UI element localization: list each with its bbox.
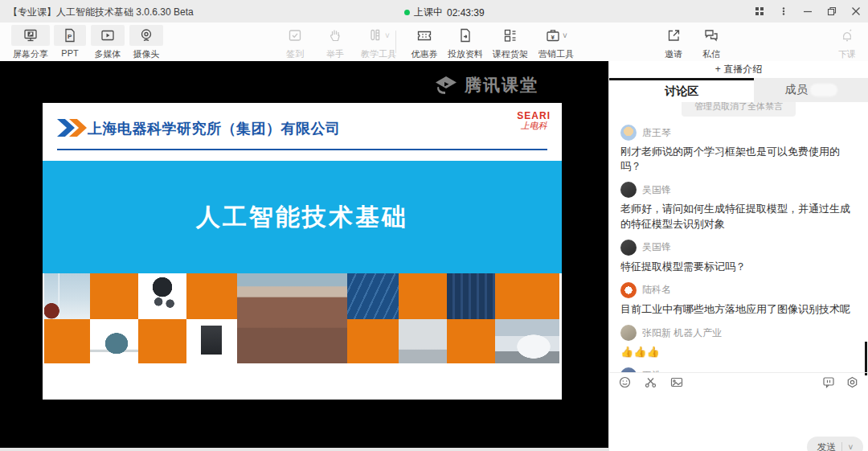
send-button-divider <box>841 442 842 451</box>
live-status-dot <box>404 10 410 15</box>
chat-message: 吴国锋 老师好，请问如何生成特征提取模型，并通过生成的特征模型去识别对象 <box>620 182 857 231</box>
collage-photo-electric-motor <box>90 319 138 363</box>
toolbar-button-course-shelf[interactable]: 课程货架 <box>489 25 532 60</box>
minimize-button[interactable] <box>796 0 820 23</box>
toolbar-button-marketing-tools[interactable]: ¥ ˅ 营销工具 <box>534 25 579 60</box>
message-text: 特征提取模型需要标记吗？ <box>620 260 857 274</box>
message-text: 👍👍👍 <box>620 345 857 359</box>
toolbar-button-checkin: 签到 <box>277 25 313 60</box>
tab-discussion[interactable]: 讨论区 <box>609 78 754 102</box>
image-button[interactable] <box>670 376 683 388</box>
close-button[interactable] <box>844 0 868 23</box>
live-intro-button[interactable]: + 直播介绍 <box>609 61 868 78</box>
emoji-button[interactable] <box>619 376 631 388</box>
collage-photo-solar-panels <box>347 273 399 319</box>
restore-icon <box>827 6 837 16</box>
minimize-icon <box>803 6 813 16</box>
chat-bubbles-icon <box>703 27 719 43</box>
bubble-settings-icon <box>822 376 835 388</box>
message-text: 目前工业中有哪些地方落地应用了图像识别技术呢 <box>620 302 857 317</box>
presentation-slide: 上海电器科学研究所（集团）有限公司 SEARI 上电科 人工智能技术基础 <box>43 103 562 400</box>
avatar <box>620 182 637 198</box>
layout-grid-button[interactable] <box>747 0 772 23</box>
caret-down-icon: ˅ <box>563 31 567 40</box>
chat-input-toolbar <box>609 372 868 392</box>
chat-scrollbar-thumb[interactable] <box>865 342 867 375</box>
chat-settings-button[interactable] <box>846 376 858 388</box>
class-status-label: 上课中 <box>414 6 443 19</box>
company-name: 上海电器科学研究所（集团）有限公司 <box>88 119 341 138</box>
shelf-icon <box>502 27 518 43</box>
toolbar-button-teaching-tools: ˅ 教学工具 <box>356 25 401 60</box>
toolbar-button-raise-hand: 举手 <box>317 25 353 60</box>
collage-photo-lab-room <box>399 319 447 363</box>
system-message: 管理员取消了全体禁言 <box>682 102 796 117</box>
restore-button[interactable] <box>820 0 844 23</box>
slide-title-band: 人工智能技术基础 <box>43 161 562 273</box>
smiley-icon <box>619 376 631 388</box>
chat-message-list[interactable]: 管理员取消了全体禁言 唐王琴 刚才老师说的两个学习框架也是可以免费使用的吗？ 吴… <box>609 102 868 372</box>
image-icon <box>670 376 683 388</box>
media-play-icon <box>100 27 116 43</box>
collage-photo-car <box>495 319 559 363</box>
ppt-icon: P <box>62 27 78 43</box>
caret-down-icon: ˅ <box>849 443 854 451</box>
send-button[interactable]: 发送 ˅ <box>807 437 863 451</box>
double-chevron-icon <box>57 119 87 137</box>
video-stage: 腾讯课堂 上海电器科学研究所（集团）有限公司 SEARI 上电科 人工智能技术基… <box>0 61 608 451</box>
chat-message: 陆科名 目前工业中有哪些地方落地应用了图像识别技术呢 <box>620 282 857 317</box>
collage-orange-tile <box>399 273 447 319</box>
window-title: 【专业课】人工智能技术基础 3.0.6.30 Beta <box>8 6 194 19</box>
message-text: 老师好，请问如何生成特征提取模型，并通过生成的特征模型去识别对象 <box>620 202 857 231</box>
end-class-bell-icon <box>839 27 855 43</box>
collage-photo-circuit-breaker <box>186 319 237 363</box>
toolbar-button-direct-message[interactable]: 私信 <box>694 25 729 60</box>
avatar <box>620 282 637 298</box>
document-push-icon <box>457 27 473 43</box>
screenshot-button[interactable] <box>645 376 657 388</box>
message-author: 吴国锋 <box>642 240 671 254</box>
sidebar-tabs: 讨论区 成员 <box>609 78 868 102</box>
toolbar-button-multimedia[interactable]: 多媒体 <box>90 25 125 60</box>
more-menu-button[interactable] <box>772 0 796 23</box>
caret-down-icon: ˅ <box>385 31 390 40</box>
toolbar-button-coupon[interactable]: 优惠券 <box>407 25 442 60</box>
member-count-blur <box>810 84 837 96</box>
collage-orange-tile <box>138 319 186 363</box>
toolbar-button-push-material[interactable]: 投放资料 <box>444 25 487 60</box>
tab-members[interactable]: 成员 <box>754 78 868 102</box>
title-bar: 【专业课】人工智能技术基础 3.0.6.30 Beta 上课中 02:43:39 <box>0 0 868 23</box>
photo-collage <box>44 273 559 363</box>
avatar <box>620 240 637 256</box>
toolbar-button-ppt[interactable]: P PPT <box>53 25 87 58</box>
slide-header: 上海电器科学研究所（集团）有限公司 SEARI 上电科 <box>43 103 562 161</box>
class-status: 上课中 02:43:39 <box>404 6 485 19</box>
webcam-icon <box>138 27 154 43</box>
header-underline <box>57 149 547 150</box>
grid-icon <box>755 6 764 16</box>
avatar <box>620 125 637 141</box>
collage-photo-institute-building <box>237 273 347 363</box>
scissors-icon <box>645 376 657 388</box>
window-controls <box>747 0 868 23</box>
avatar <box>620 325 637 341</box>
message-author: 陆科名 <box>642 283 671 297</box>
toolbar-button-screen-share[interactable]: 屏幕分享 <box>10 25 51 60</box>
chat-message: 唐王琴 刚才老师说的两个学习框架也是可以免费使用的吗？ <box>620 125 857 174</box>
chat-message: 张阳新 机器人产业 👍👍👍 <box>620 325 857 359</box>
toolbar-button-camera[interactable]: 摄像头 <box>129 25 164 60</box>
svg-text:P: P <box>68 33 72 40</box>
tencent-classroom-logo-icon <box>434 75 458 96</box>
message-settings-button[interactable] <box>822 376 835 388</box>
gear-icon <box>846 376 858 388</box>
toolbar-button-invite[interactable]: 邀请 <box>656 25 691 60</box>
toolbar-button-end-class: 下课 <box>831 25 863 60</box>
kebab-icon <box>779 6 788 16</box>
chat-sidebar: + 直播介绍 讨论区 成员 管理员取消了全体禁言 唐王琴 刚才老师说的两个学习框… <box>608 61 868 451</box>
screen-share-icon <box>23 27 39 43</box>
checkin-icon <box>287 27 303 43</box>
close-icon <box>851 6 861 16</box>
message-author: 唐王琴 <box>642 126 671 140</box>
collage-orange-tile <box>90 273 138 319</box>
chat-message: 吴国锋 特征提取模型需要标记吗？ <box>620 240 857 274</box>
